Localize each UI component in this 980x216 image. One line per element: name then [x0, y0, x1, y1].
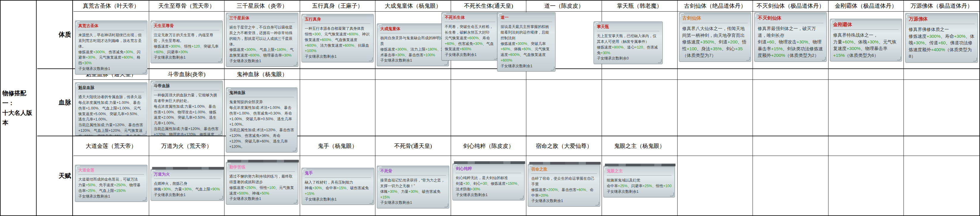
table-cell[interactable]: 不灭剑仙体修真界最强剑体之一，破灭万道，唯剑长存剑道+60、物理攻击+30%、物…: [753, 12, 829, 75]
tooltip-line: 无上至宝掌天瓶，已经融入体内，仅其本人可使用（触发专属事件）: [597, 33, 659, 44]
column-header[interactable]: [753, 69, 829, 79]
table-cell[interactable]: [829, 156, 904, 215]
column-header[interactable]: 五行真身（王麻子）: [300, 1, 376, 11]
table-cell[interactable]: 古剑仙体修真界八大仙体之一，传闻天地间第一柄神剑，由天地孕育而出修炼速度+350…: [678, 12, 753, 75]
column-header[interactable]: 万道为火（荒天帝）: [149, 136, 225, 156]
tooltip[interactable]: 天生至尊骨注定无敌万古的天生至尊，内蕴至尊骨，天生至尊相。修炼速度+300%、悟…: [151, 21, 223, 63]
column-header[interactable]: 金刚霸体（极品道体丹）: [829, 1, 904, 11]
stat-value: +30%: [867, 39, 879, 44]
tooltip-title: 万源佛体: [908, 16, 975, 24]
table-cell[interactable]: 五行真身一种五行本源各自都凝聚了真身体质悟性+300、元气恢复速度+600%、神…: [300, 12, 376, 75]
stat-value: +600%: [500, 58, 512, 62]
column-header[interactable]: 不死骨(通天皇): [375, 136, 451, 156]
table-cell[interactable]: [678, 156, 753, 215]
table-cell[interactable]: 真荒古圣体来源悠久，早在神话时期便已出现，但直到荒古时期才达到巅峰，故名荒古圣体…: [73, 12, 149, 75]
tooltip[interactable]: 万道为火点燃神火，熬炼己身体魄+30%、力量+30%、气血上限+90%子女继承次…: [151, 169, 224, 200]
column-header[interactable]: 不灭剑仙体（极品道体丹）: [753, 1, 829, 11]
tooltip[interactable]: 金刚霸体修真界特殊战体之一，力量+60%、体魄+30%、元气恢复速度+300%、…: [830, 19, 902, 61]
tooltip[interactable]: 真荒古圣体来源悠久，早在神话时期便已出现，但直到荒古时期才达到巅峰，故名荒古圣体…: [75, 21, 147, 75]
table-cell[interactable]: 万源佛体修真界佛修体质之一修炼速度+300%、寿命+30%、体魄+30%、传道+…: [904, 12, 979, 75]
column-header[interactable]: [678, 136, 753, 156]
tooltip[interactable]: 鬼手融入了棺材钉，具有压制能力神魂+30%、命中率+15%、破伤害减免+15%子…: [302, 168, 374, 205]
table-cell[interactable]: 大道金莲大道凝结而成的金色莲花，可破万法力量+50%、先手速度+250%、物理暴…: [73, 156, 149, 215]
stat-value: +100%: [305, 49, 317, 53]
column-header[interactable]: 三千星辰体（炎帝）: [224, 1, 300, 11]
stat-value: +100: [663, 184, 671, 188]
stat-value: +15%: [380, 195, 390, 199]
table-cell[interactable]: 剑心纯粹剑心纯粹无比，是大剑仙的标准剑道+30、剑心+30、修炼速度+150%、…: [451, 156, 527, 215]
tooltip[interactable]: 鬼神血脉鬼童驾驭的全部灵异每点浓度属性加成:术法+1.00%、暴击伤害+1.00…: [226, 87, 298, 152]
tooltip-line: 子女继承次数剩余1: [607, 189, 671, 195]
table-cell[interactable]: 万道为火点燃神火，熬炼己身体魄+30%、力量+30%、气血上限+90%子女继承次…: [149, 156, 225, 215]
column-header[interactable]: 大成鬼童体（杨鬼眼）: [375, 1, 451, 11]
tooltip-body: 能施展鬼域以及幻觉命中率+25%、闪避率+25%、悟性+100子女继承次数剩余1: [607, 178, 671, 194]
table-cell[interactable]: 天生至尊骨注定无敌万古的天生至尊，内蕴至尊骨，天生至尊相。修炼速度+300%、悟…: [149, 12, 225, 75]
tooltip[interactable]: 不灭剑仙体修真界最强剑体之一，破灭万道，唯剑长存剑道+60、物理攻击+30%、物…: [754, 12, 827, 62]
tooltip[interactable]: 万源佛体修真界佛修体质之一修炼速度+300%、寿命+30%、体魄+30%、传道+…: [905, 13, 978, 62]
column-header[interactable]: 鬼手（杨鬼眼）: [300, 136, 376, 156]
column-header[interactable]: 古剑仙体（绝品道体丹）: [678, 1, 753, 11]
tooltip[interactable]: 勤学苦练通过不懈的努力和持续的练习，最终取得显著的成就和进步修炼速度+250%、…: [226, 162, 298, 204]
column-header[interactable]: 掌天瓶（韩老魔）: [602, 1, 678, 11]
tooltip-title: 掌天瓶: [597, 24, 659, 31]
table-cell[interactable]: 金刚霸体修真界特殊战体之一，力量+60%、体魄+30%、元气恢复速度+300%、…: [829, 12, 904, 75]
table-cell[interactable]: 掌天瓶无上至宝掌天瓶，已经融入体内，仅其本人可使用（触发专属事件）修炼速度+80…: [602, 12, 678, 75]
column-header[interactable]: 斗帝血脉(炎帝): [149, 69, 225, 79]
column-header[interactable]: [678, 69, 753, 79]
column-header[interactable]: [829, 69, 904, 79]
tooltip[interactable]: 道一据说是天庭共主所掌握的权柄能看到法则的运作规律，且能控制法则修炼速度+300…: [497, 12, 555, 71]
column-header[interactable]: 鬼神血脉（杨鬼眼）: [224, 69, 300, 79]
column-header[interactable]: [300, 69, 376, 79]
table-cell[interactable]: 三千星辰体诞生于星空之中，不仅自身可以吸收星辰之力不断变强，还拥有一种非常特殊的…: [224, 12, 300, 75]
table-cell[interactable]: 勤学苦练通过不懈的努力和持续的练习，最终取得显著的成就和进步修炼速度+250%、…: [224, 156, 300, 215]
tooltip[interactable]: 古剑仙体修真界八大仙体之一，传闻天地间第一柄神剑，由天地孕育而出修炼速度+350…: [679, 12, 751, 62]
tooltip[interactable]: 三千星辰体诞生于星空之中，不仅自身可以吸收星辰之力不断变强，还拥有一种非常特殊的…: [226, 13, 298, 67]
column-header[interactable]: [602, 69, 678, 79]
column-header[interactable]: 剑心纯粹（陈皮皮）: [451, 136, 527, 156]
content-row: 大道金莲大道凝结而成的金色莲花，可破万法力量+50%、先手速度+250%、物理暴…: [73, 156, 979, 215]
table-cell[interactable]: [904, 156, 979, 215]
tooltip-body: 一种五行本源各自都凝聚了真身体质悟性+300、元气恢复速度+600%、神识恢复速…: [305, 26, 371, 59]
column-header[interactable]: 天生至尊骨（荒天帝）: [149, 1, 225, 11]
tooltip[interactable]: 大道金莲大道凝结而成的金色莲花，可破万法力量+50%、先手速度+250%、物理暴…: [75, 165, 147, 202]
column-header[interactable]: 大道金莲（荒天帝）: [73, 136, 149, 156]
column-header[interactable]: 万源佛体（极品道体丹）: [904, 1, 979, 11]
tooltip[interactable]: 大成鬼童体杨间自身灵异与鬼童融合而成的神明体质修炼速度+300%、法力上限+18…: [377, 24, 449, 66]
column-header[interactable]: 不死长生体(通天皇): [451, 1, 527, 11]
tooltip-body: 杨间自身灵异与鬼童融合而成的神明体质修炼速度+300%、法力上限+180%、法术…: [380, 35, 445, 64]
stat-value: +200%: [546, 188, 558, 192]
column-header[interactable]: 真荒古圣体（叶天帝）: [73, 1, 149, 11]
table-cell[interactable]: 鬼神血脉鬼童驾驭的全部灵异每点浓度属性加成:术法+1.00%、暴击伤害+1.00…: [224, 80, 300, 152]
tooltip[interactable]: 魁皇血脉通天大陆统治者的专属血脉，传承久远每点浓度属性加成:力量+1.00%、暴…: [75, 83, 147, 136]
tooltip[interactable]: 宿命之敌击碎了宿命，使众生的命运掌握在自己手里修炼速度+200%、暴击伤害+60…: [528, 164, 600, 206]
column-header[interactable]: [904, 69, 979, 79]
table-cell[interactable]: 大成鬼童体杨间自身灵异与鬼童融合而成的神明体质修炼速度+300%、法力上限+18…: [375, 12, 451, 75]
column-header[interactable]: [829, 136, 904, 156]
stat-value: +300%: [169, 44, 180, 49]
table-cell[interactable]: 宿命之敌击碎了宿命，使众生的命运掌握在自己手里修炼速度+200%、暴击伤害+60…: [526, 156, 602, 215]
table-cell[interactable]: [753, 156, 829, 215]
tooltip[interactable]: 鬼眼之主能施展鬼域以及幻觉命中率+25%、闪避率+25%、悟性+100子女继承次…: [603, 166, 675, 197]
tooltip-title: 鬼眼之主: [607, 168, 671, 176]
tooltip[interactable]: 斗帝血脉一种极其强大的血脉力量，它能够为拥有者带来巨大的好处。每点浓度属性加成:…: [151, 81, 223, 136]
tooltip-body: 修真界八大仙体之一，传闻天地间第一柄神剑，由天地孕育而出修炼速度+350%、剑道…: [682, 25, 748, 59]
table-cell[interactable]: 鬼手融入了棺材钉，具有压制能力神魂+30%、命中率+15%、破伤害减免+15%子…: [300, 156, 376, 215]
column-header[interactable]: [753, 136, 829, 156]
tooltip[interactable]: 不死长生体不死卷，突破生命五大桎梏，长生卷，破解永恒五大封印元气恢复速度+600…: [441, 12, 499, 60]
column-header[interactable]: 道一（陈皮皮）: [526, 1, 602, 11]
tooltip[interactable]: 五行真身一种五行本源各自都凝聚了真身体质悟性+300、元气恢复速度+600%、神…: [302, 14, 374, 62]
column-header[interactable]: 宿命之敌（大爱仙尊）: [526, 136, 602, 156]
table-cell[interactable]: 鬼眼之主能施展鬼域以及幻觉命中率+25%、闪避率+25%、悟性+100子女继承次…: [602, 156, 678, 215]
table-cell[interactable]: 道一据说是天庭共主所掌握的权柄能看到法则的运作规律，且能控制法则修炼速度+300…: [526, 12, 602, 75]
tooltip-line: 子女继承次数剩余1: [229, 196, 295, 202]
column-header[interactable]: [904, 136, 979, 156]
stat-value: +300%: [926, 33, 940, 39]
tooltip[interactable]: 不死骨接受血祖记忆传承获得，“骨为力之坚，支撑一切力之无极！”体魄+30%、力量…: [377, 166, 449, 208]
table-cell[interactable]: 不死骨接受血祖记忆传承获得，“骨为力之坚，支撑一切力之无极！”体魄+30%、力量…: [375, 156, 451, 215]
column-header[interactable]: 鬼眼之主（杨鬼眼）: [602, 136, 678, 156]
tooltip[interactable]: 掌天瓶无上至宝掌天瓶，已经融入体内，仅其本人可使用（触发专属事件）修炼速度+80…: [593, 21, 663, 64]
stat-value: +150%: [506, 181, 517, 186]
tooltip[interactable]: 剑心纯粹剑心纯粹无比，是大剑仙的标准剑道+30、剑心+30、修炼速度+150%、…: [452, 164, 525, 200]
tooltip-line: 悟性+300、元气恢复速度+600%、神识恢复速度+600%、气血恢复速度+60…: [305, 32, 371, 54]
column-header[interactable]: [375, 69, 451, 79]
